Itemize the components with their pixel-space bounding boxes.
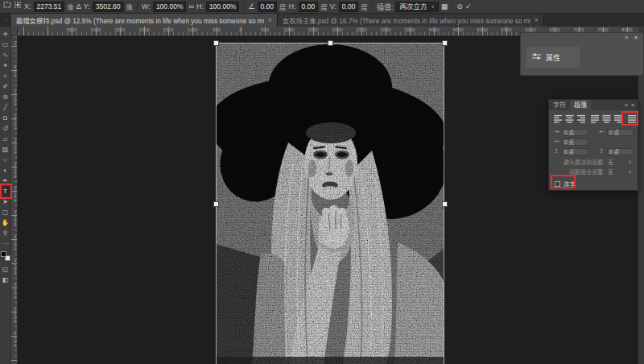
separator	[137, 2, 138, 11]
canvas-document-image[interactable]	[216, 43, 444, 364]
chevron-down-icon: ∨	[629, 159, 634, 164]
align-right-button[interactable]	[576, 114, 586, 124]
v-skew-label: V:	[330, 2, 336, 10]
tools-panel: ✛ ▭ ∿ ✴ ⌗ ✐ ⊚ ╱ ◘ ↺ ▱ ▨ ○ ◐ ✒ T	[0, 27, 11, 364]
cancel-transform-button[interactable]: ⊘	[456, 0, 463, 14]
zoom-tool[interactable]: ⚲	[0, 228, 11, 238]
document-tab-bar: ▫ 戴帽女模特.psd @ 12.5% (There are moments i…	[0, 14, 644, 27]
ruler-label: 1000	[277, 27, 301, 35]
color-swatches[interactable]	[0, 250, 11, 263]
transform-handle-top-left[interactable]	[213, 40, 219, 46]
alignment-buttons-row	[553, 114, 634, 124]
y-input[interactable]: 3502.60	[93, 2, 124, 12]
type-tool[interactable]: T	[0, 186, 11, 196]
edit-toolbar-button[interactable]: ⋯	[0, 238, 11, 249]
vertical-ruler[interactable]: 0500100015002000250030003500400045005000…	[11, 36, 18, 364]
space-after-input[interactable]: 0 点	[607, 148, 634, 155]
y-unit: 像	[126, 2, 134, 11]
ruler-label: 5500	[11, 307, 18, 331]
crop-tool[interactable]: ⌗	[0, 71, 11, 81]
x-input[interactable]: 2273.51	[34, 2, 65, 12]
v-skew-unit: 度	[361, 2, 368, 11]
panel-menu-icon[interactable]: ≡	[631, 102, 634, 108]
pen-tool[interactable]: ✒	[0, 176, 11, 186]
indent-left-input[interactable]: 0 点	[562, 129, 588, 136]
warp-mode-button[interactable]: ▦	[441, 0, 448, 14]
x-label: X:	[24, 2, 31, 10]
brush-tool[interactable]: ╱	[0, 102, 11, 113]
collapse-panel-icon[interactable]: »	[625, 34, 628, 43]
height-input[interactable]: 100.00%	[206, 2, 240, 12]
transform-handle-mid-left[interactable]	[213, 201, 219, 207]
marquee-tool[interactable]: ▭	[0, 39, 11, 50]
justify-all-button[interactable]	[627, 114, 638, 124]
shape-tool[interactable]: ▢	[0, 207, 11, 217]
align-left-button[interactable]	[553, 114, 564, 124]
ruler-label: 3000	[84, 27, 108, 35]
transform-handle-mid-right[interactable]	[442, 201, 448, 207]
rotate-unit: 度	[279, 2, 287, 11]
interpolation-dropdown[interactable]: 两次立方 ∨	[395, 2, 438, 12]
transform-handle-top-right[interactable]	[442, 40, 448, 46]
gradient-tool[interactable]: ▨	[0, 144, 11, 155]
properties-panel-tab[interactable]: 属性	[526, 47, 580, 68]
justify-last-left-button[interactable]	[590, 114, 601, 124]
transform-handle-top-center[interactable]	[328, 40, 333, 46]
screen-mode-button[interactable]: ◧	[0, 275, 11, 285]
reference-point-locator[interactable]	[14, 0, 22, 14]
ruler-label: 2000	[11, 138, 18, 162]
foreground-color-swatch[interactable]	[1, 251, 6, 257]
hyphenate-checkbox[interactable]	[555, 181, 560, 187]
document-tab-inactive[interactable]: 女农场主像.psd @ 16.7% (There are moments in …	[278, 14, 544, 27]
quick-mask-button[interactable]: ◱	[0, 264, 11, 275]
blur-tool[interactable]: ○	[0, 155, 11, 165]
kinsoku-select[interactable]: 无	[608, 158, 613, 166]
clone-stamp-tool[interactable]: ◘	[0, 113, 11, 123]
justify-last-center-button[interactable]	[601, 114, 612, 124]
eraser-tool[interactable]: ▱	[0, 134, 11, 144]
ruler-label: 6000	[11, 331, 18, 355]
tab-character[interactable]: 字符	[549, 100, 570, 110]
document-tab-active[interactable]: 戴帽女模特.psd @ 12.5% (There are moments in …	[11, 14, 278, 27]
ruler-label: 4000	[422, 27, 446, 35]
v-skew-input[interactable]: 0.00	[339, 2, 359, 12]
indent-right-input[interactable]: 0 点	[607, 129, 634, 136]
move-tool[interactable]: ✛	[0, 29, 11, 39]
hand-tool[interactable]: ✋	[0, 217, 11, 228]
width-input[interactable]: 100.00%	[153, 2, 187, 12]
quick-selection-tool[interactable]: ✴	[0, 60, 11, 71]
healing-brush-tool[interactable]: ⊚	[0, 92, 11, 102]
justify-last-right-button[interactable]	[613, 114, 623, 124]
ruler-label: 5500	[494, 27, 518, 35]
ruler-label: 2500	[349, 27, 374, 35]
dodge-tool[interactable]: ◐	[0, 165, 11, 176]
space-before-input[interactable]: 0 点	[562, 148, 588, 155]
ruler-label: 1500	[156, 27, 180, 35]
link-dimensions-icon[interactable]: ∞	[188, 0, 193, 14]
indent-left-icon: ⇥	[553, 129, 560, 135]
h-skew-label: H:	[289, 2, 296, 10]
close-panel-icon[interactable]: ✕	[634, 34, 638, 43]
width-label: W:	[142, 2, 151, 10]
first-line-indent-input[interactable]: 0 点	[562, 139, 588, 146]
tab-paragraph[interactable]: 段落	[570, 100, 591, 110]
ruler-label: 3000	[374, 27, 398, 35]
lasso-tool[interactable]: ∿	[0, 50, 11, 60]
eyedropper-tool[interactable]: ✐	[0, 81, 11, 92]
close-tab-icon[interactable]: ×	[268, 16, 272, 24]
ruler-label: 1500	[11, 114, 18, 138]
h-skew-unit: 度	[320, 2, 328, 11]
ruler-label: 500	[11, 65, 18, 89]
align-center-button[interactable]	[564, 114, 575, 124]
commit-transform-button[interactable]: ✓	[465, 0, 472, 14]
collapse-panel-icon[interactable]: »	[625, 102, 628, 108]
h-skew-input[interactable]: 0.00	[299, 2, 319, 12]
close-tab-icon[interactable]: ×	[535, 16, 539, 24]
paragraph-panel: 字符 段落 » ≡	[548, 99, 638, 191]
path-selection-tool[interactable]: ➤	[0, 196, 11, 207]
relative-position-toggle[interactable]: Δ	[76, 0, 81, 14]
history-brush-tool[interactable]: ↺	[0, 123, 11, 134]
rotate-input[interactable]: 0.00	[258, 2, 278, 12]
separator	[243, 2, 244, 11]
mojikumi-select[interactable]: 无	[608, 168, 613, 176]
